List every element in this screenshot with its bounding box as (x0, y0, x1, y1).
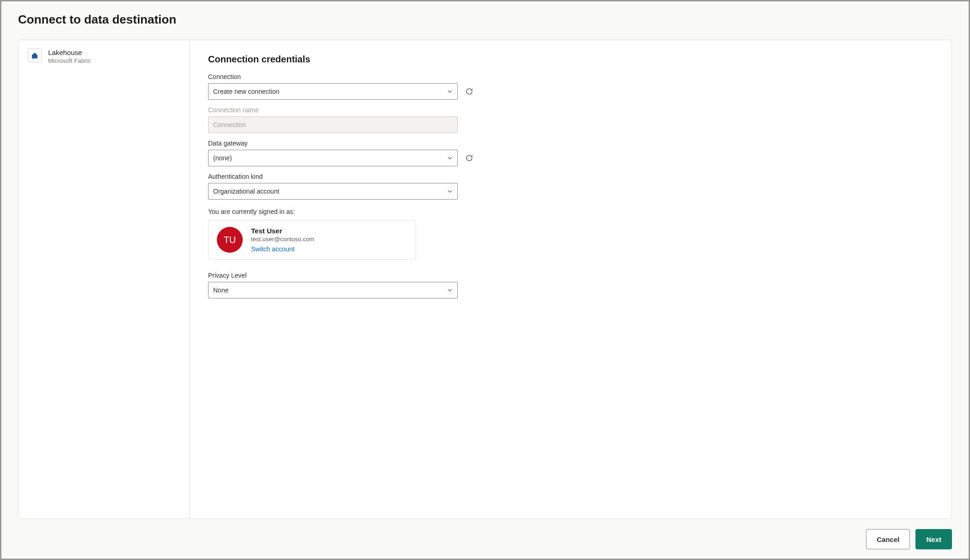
connection-value: Create new connection (213, 88, 279, 95)
privacy-level-value: None (213, 286, 228, 294)
next-button[interactable]: Next (915, 529, 952, 549)
data-gateway-label: Data gateway (208, 140, 933, 147)
cancel-button[interactable]: Cancel (866, 529, 910, 549)
auth-kind-label: Authentication kind (208, 173, 933, 180)
auth-kind-value: Organizational account (213, 188, 279, 195)
connection-name-input: Connection (208, 116, 458, 133)
connection-refresh-button[interactable] (464, 86, 474, 97)
chevron-down-icon (447, 89, 453, 94)
source-subtitle: Microsoft Fabric (48, 57, 91, 64)
privacy-level-select[interactable]: None (208, 282, 458, 298)
section-heading: Connection credentials (208, 54, 933, 65)
content-card: Lakehouse Microsoft Fabric Connection cr… (18, 40, 952, 519)
chevron-down-icon (447, 189, 453, 194)
signed-in-label: You are currently signed in as: (208, 208, 933, 215)
dialog-title: Connect to data destination (18, 12, 952, 27)
connection-name-value: Connection (213, 121, 246, 128)
account-email: test.user@contoso.com (251, 236, 314, 243)
source-name: Lakehouse (48, 49, 91, 56)
chevron-down-icon (447, 287, 453, 293)
account-card: TU Test User test.user@contoso.com Switc… (208, 220, 416, 260)
data-gateway-select[interactable]: (none) (208, 150, 458, 166)
privacy-level-label: Privacy Level (208, 272, 933, 279)
avatar: TU (217, 227, 243, 253)
form-pane: Connection credentials Connection Create… (190, 40, 952, 518)
source-pane: Lakehouse Microsoft Fabric (18, 40, 190, 518)
lakehouse-icon (28, 49, 42, 62)
source-item[interactable]: Lakehouse Microsoft Fabric (28, 49, 180, 64)
data-gateway-value: (none) (213, 154, 232, 162)
switch-account-link[interactable]: Switch account (251, 245, 314, 253)
refresh-icon (465, 154, 473, 162)
connection-select[interactable]: Create new connection (208, 83, 458, 100)
refresh-icon (465, 87, 473, 96)
dialog-footer: Cancel Next (18, 519, 952, 549)
chevron-down-icon (447, 155, 453, 161)
account-name: Test User (251, 227, 314, 235)
connection-name-label: Connection name (208, 106, 933, 114)
auth-kind-select[interactable]: Organizational account (208, 183, 458, 200)
connection-label: Connection (208, 73, 933, 80)
data-gateway-refresh-button[interactable] (464, 153, 474, 163)
